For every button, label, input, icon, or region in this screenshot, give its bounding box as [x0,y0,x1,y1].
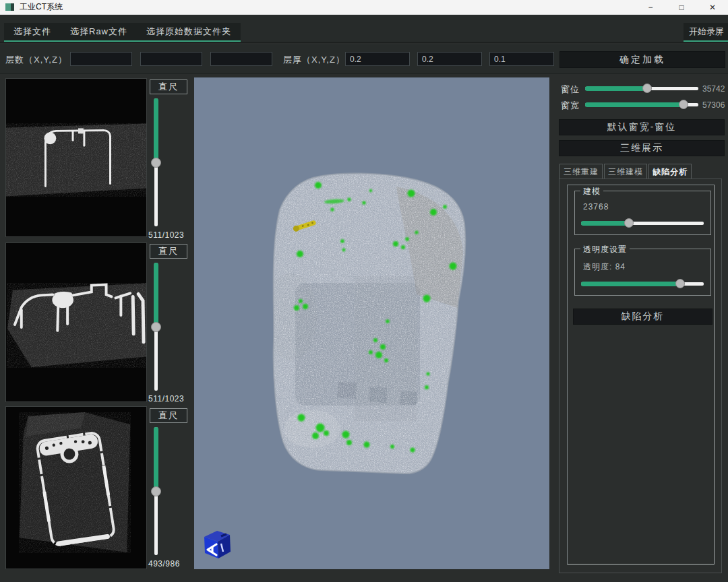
window-level-value: 35742 [702,84,725,94]
slider-handle[interactable] [151,158,161,168]
ct-slice-top[interactable] [5,78,147,237]
opacity-slider[interactable] [581,279,704,288]
industrial-ct-app: 工业CT系统 − □ ✕ 选择文件 选择Raw文件 选择原始数据文件夹 开始录屏… [0,0,728,582]
thickness-z-input[interactable] [489,52,554,66]
thickness-x-input[interactable] [345,52,410,66]
confirm-load-button[interactable]: 确定加载 [559,51,725,68]
window-width-slider[interactable] [585,100,698,109]
default-ww-wl-button[interactable]: 默认窗宽-窗位 [559,119,725,135]
cube-logo [204,531,231,558]
layers-label: 层数（X,Y,Z） [5,54,67,66]
3d-viewport[interactable] [194,77,549,569]
slider-handle[interactable] [151,322,161,332]
slice-slider-2[interactable] [151,263,161,391]
slider-fill [154,263,158,327]
close-button[interactable]: ✕ [697,0,728,14]
slider-handle[interactable] [675,279,685,288]
slider-handle[interactable] [624,218,634,228]
ct-slice-middle-image [6,243,146,401]
window-level-label: 窗位 [561,84,580,96]
maximize-button[interactable]: □ [666,0,697,14]
layers-x-input[interactable] [70,52,132,66]
scanned-object-texture [255,162,477,485]
titlebar: 工业CT系统 − □ ✕ [0,0,728,15]
ct-slice-bottom[interactable] [5,406,147,569]
slice-position-2: 511/1023 [148,394,193,403]
ruler-button-2[interactable]: 直尺 [150,244,187,259]
slider-handle[interactable] [642,84,652,93]
select-folder-button[interactable]: 选择原始数据文件夹 [137,23,241,40]
slice-position-1: 511/1023 [148,230,193,240]
params-bar: 层数（X,Y,Z） 层厚（X,Y,Z） 确定加载 [0,44,728,74]
file-button-group: 选择文件 选择Raw文件 选择原始数据文件夹 [4,23,241,42]
layers-z-input[interactable] [210,52,272,66]
ruler-button-1[interactable]: 直尺 [150,79,187,94]
defect-analysis-button[interactable]: 缺陷分析 [573,309,712,325]
modeling-slider[interactable] [581,218,704,228]
slider-fill [585,102,684,107]
slider-handle[interactable] [679,100,688,109]
slider-handle[interactable] [151,486,161,496]
slice-slider-3[interactable] [151,427,161,555]
ct-slice-bottom-image [6,407,146,569]
opacity-groupbox: 透明度设置 透明度: 84 [574,249,711,296]
window-title: 工业CT系统 [20,1,63,13]
window-width-label: 窗宽 [561,100,580,112]
thickness-label: 层厚（X,Y,Z） [283,54,345,66]
ct-slice-middle[interactable] [5,243,147,402]
start-record-button[interactable]: 开始录屏 [684,23,728,42]
modeling-groupbox: 建模 23768 [574,191,711,235]
slice-position-3: 493/986 [148,559,193,569]
slider-fill [581,282,680,286]
minimize-button[interactable]: − [635,0,666,14]
modeling-value: 23768 [583,202,609,212]
3d-model-render [194,77,549,569]
thickness-y-input[interactable] [417,52,482,66]
opacity-group-title: 透明度设置 [580,244,630,255]
slider-fill [585,86,647,91]
tab-inner-frame [567,185,715,564]
slider-fill [154,98,158,162]
toolbar: 选择文件 选择Raw文件 选择原始数据文件夹 开始录屏 [0,15,728,43]
layers-y-input[interactable] [140,52,202,66]
window-width-value: 57306 [702,100,725,110]
ruler-button-3[interactable]: 直尺 [150,408,187,423]
slider-fill [581,221,629,226]
window-level-slider[interactable] [585,84,698,93]
select-raw-button[interactable]: 选择Raw文件 [61,23,137,40]
app-icon [5,3,14,11]
modeling-group-title: 建模 [580,186,603,197]
opacity-value-label: 透明度: 84 [583,261,626,273]
slider-fill [154,427,158,491]
ct-slice-top-image [6,79,146,236]
select-file-button[interactable]: 选择文件 [4,23,61,40]
display-3d-button[interactable]: 三维展示 [559,140,725,156]
slice-slider-1[interactable] [151,98,161,226]
